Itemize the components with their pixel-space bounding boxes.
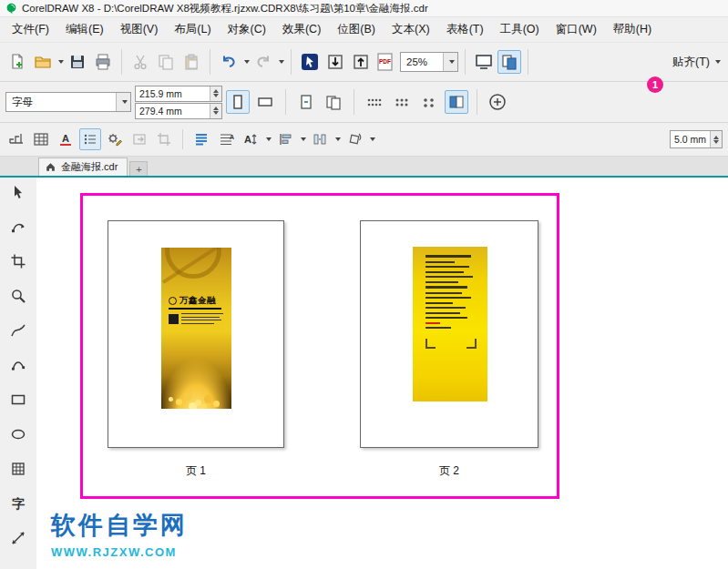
snap-to-control[interactable]: 贴齐(T) xyxy=(672,55,723,70)
page-sorter-view-button[interactable] xyxy=(497,50,521,74)
grid-spacing-large-button[interactable] xyxy=(363,90,386,114)
bezier-tool-button[interactable] xyxy=(7,355,29,375)
crop-marks-button[interactable] xyxy=(153,128,175,150)
tool-settings-button[interactable] xyxy=(104,128,126,150)
polygon-tool-button[interactable] xyxy=(7,459,29,479)
portrait-orientation-button[interactable] xyxy=(226,90,250,114)
zoom-combo-button[interactable] xyxy=(443,53,457,71)
fullscreen-preview-button[interactable] xyxy=(472,50,496,74)
page-2-label[interactable]: 页 2 xyxy=(439,463,459,479)
rotate-button[interactable] xyxy=(343,128,365,150)
page-height-field[interactable]: 279.4 mm xyxy=(135,103,222,119)
justify-button[interactable] xyxy=(190,128,212,150)
crop-tool-button[interactable] xyxy=(7,251,29,271)
menu-layout[interactable]: 布局(L) xyxy=(166,18,219,41)
page-1-thumbnail[interactable]: 万鑫金融 xyxy=(108,220,284,448)
facing-pages-icon xyxy=(447,93,466,111)
paste-button[interactable] xyxy=(179,50,203,74)
company-logo-icon xyxy=(169,297,177,305)
dimension-tool-button[interactable] xyxy=(7,528,29,548)
redo-dropdown-caret[interactable] xyxy=(279,60,284,64)
all-pages-size-button[interactable] xyxy=(322,90,345,114)
zoom-caret-icon xyxy=(449,60,455,64)
drawing-canvas[interactable]: 万鑫金融 xyxy=(36,178,728,569)
paper-type-value: 字母 xyxy=(6,96,116,109)
export-button[interactable] xyxy=(349,50,373,74)
rotate-dropdown-caret[interactable] xyxy=(370,137,375,141)
line xyxy=(426,302,453,304)
font-size-dropdown-caret[interactable] xyxy=(266,137,272,141)
menu-edit[interactable]: 编辑(E) xyxy=(57,18,112,41)
menu-bitmaps[interactable]: 位图(B) xyxy=(329,18,384,41)
freehand-tool-button[interactable] xyxy=(7,320,29,340)
open-dropdown-caret[interactable] xyxy=(58,60,64,64)
new-document-button[interactable] xyxy=(5,50,29,74)
save-button[interactable] xyxy=(66,50,89,74)
page-width-field[interactable]: 215.9 mm xyxy=(135,86,222,102)
menu-help[interactable]: 帮助(H) xyxy=(605,18,660,41)
facing-pages-button[interactable] xyxy=(445,90,468,114)
freehand-tool-icon xyxy=(10,322,26,339)
bullet-list-button[interactable] xyxy=(79,128,101,150)
zoom-level-combo[interactable]: 25% xyxy=(400,52,458,72)
line xyxy=(181,320,221,320)
page-width-spinner[interactable] xyxy=(210,86,221,101)
zoom-tool-button[interactable] xyxy=(7,286,29,306)
paper-type-combo-button[interactable] xyxy=(116,93,130,111)
text-tool-button[interactable]: 字 xyxy=(7,493,29,513)
new-page-tab-button[interactable]: + xyxy=(129,161,148,176)
paragraph-button[interactable]: A xyxy=(215,128,237,150)
font-size-button[interactable]: A xyxy=(240,128,261,150)
current-page-size-button[interactable] xyxy=(294,90,318,114)
cut-button[interactable] xyxy=(128,50,152,74)
order-icon xyxy=(8,131,25,147)
rectangle-tool-button[interactable] xyxy=(7,390,29,410)
home-icon xyxy=(45,161,56,173)
menu-file[interactable]: 文件(F) xyxy=(4,18,57,41)
undo-button[interactable] xyxy=(217,50,241,74)
menu-view[interactable]: 视图(V) xyxy=(112,18,167,41)
landscape-orientation-button[interactable] xyxy=(253,90,277,114)
add-page-button[interactable] xyxy=(486,90,509,114)
import-button[interactable] xyxy=(323,50,347,74)
ellipse-tool-button[interactable] xyxy=(7,424,29,444)
publish-to-pdf-button[interactable]: PDF xyxy=(374,50,398,74)
line xyxy=(426,271,464,273)
menu-object[interactable]: 对象(C) xyxy=(220,18,274,41)
document-tab[interactable]: 金融海报.cdr xyxy=(38,157,128,176)
undo-dropdown-caret[interactable] xyxy=(244,60,250,64)
distribute-button[interactable] xyxy=(309,128,331,150)
distribute-icon xyxy=(312,131,328,147)
page-height-spinner[interactable] xyxy=(210,104,221,118)
menu-effects[interactable]: 效果(C) xyxy=(274,18,329,41)
open-document-button[interactable] xyxy=(31,50,55,74)
redo-button[interactable] xyxy=(251,50,275,74)
print-button[interactable] xyxy=(91,50,115,74)
nudge-spinner[interactable] xyxy=(710,131,722,147)
order-button[interactable] xyxy=(5,128,27,150)
table-button[interactable] xyxy=(30,128,52,150)
page-2-thumbnail[interactable] xyxy=(360,220,538,448)
paper-type-combo[interactable]: 字母 xyxy=(5,92,131,112)
shape-tool-button[interactable] xyxy=(7,217,29,237)
distribute-dropdown-caret[interactable] xyxy=(335,137,341,141)
page-1-label[interactable]: 页 1 xyxy=(186,463,206,479)
align-dropdown-caret[interactable] xyxy=(301,137,306,141)
grid-spacing-medium-button[interactable] xyxy=(390,90,414,114)
grid-spacing-small-button[interactable] xyxy=(417,90,441,114)
pick-tool-button[interactable] xyxy=(7,182,29,202)
table-icon xyxy=(33,131,49,147)
line xyxy=(426,312,460,314)
search-content-button[interactable] xyxy=(298,50,322,74)
font-style-button[interactable]: A xyxy=(55,128,77,150)
snap-to-label: 贴齐(T) xyxy=(672,55,710,70)
align-button[interactable] xyxy=(274,128,296,150)
export-html-button[interactable] xyxy=(128,128,150,150)
nudge-distance-field[interactable]: 5.0 mm xyxy=(670,130,723,148)
menu-table[interactable]: 表格(T) xyxy=(438,18,492,41)
menu-window[interactable]: 窗口(W) xyxy=(548,18,605,41)
watermark: 软件自学网 WWW.RJZXW.COM xyxy=(51,509,188,559)
menu-tools[interactable]: 工具(O) xyxy=(492,18,548,41)
menu-text[interactable]: 文本(X) xyxy=(384,18,438,41)
copy-button[interactable] xyxy=(154,50,178,74)
